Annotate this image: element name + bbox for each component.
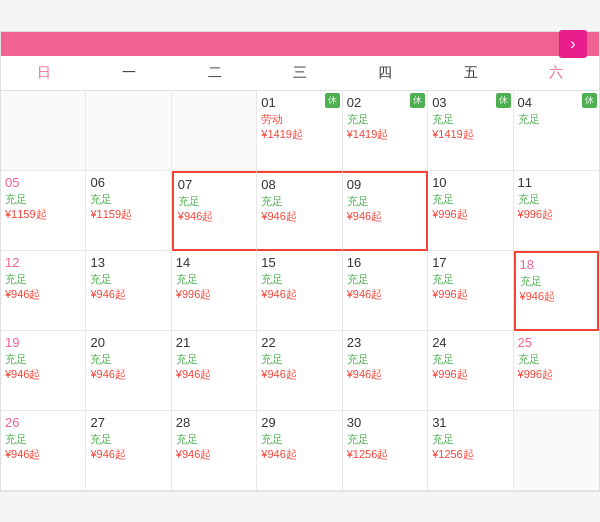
day-cell[interactable]: 25充足¥996起 — [514, 331, 599, 411]
day-price: ¥996起 — [176, 287, 252, 302]
day-cell[interactable]: 08充足¥946起 — [257, 171, 342, 251]
day-status: 充足 — [432, 112, 508, 127]
day-number: 16 — [347, 255, 423, 270]
weekday-row: 日一二三四五六 — [1, 56, 599, 91]
day-cell[interactable]: 11充足¥996起 — [514, 171, 599, 251]
weekday-label: 一 — [86, 56, 171, 90]
next-month-button[interactable]: › — [559, 30, 587, 58]
day-number: 24 — [432, 335, 508, 350]
day-cell[interactable] — [1, 91, 86, 171]
day-price: ¥1419起 — [432, 127, 508, 142]
day-status: 充足 — [518, 352, 595, 367]
day-price: ¥996起 — [518, 367, 595, 382]
day-cell[interactable]: 03休充足¥1419起 — [428, 91, 513, 171]
day-status: 充足 — [176, 432, 252, 447]
day-cell[interactable]: 18充足¥946起 — [514, 251, 599, 331]
day-price: ¥946起 — [90, 287, 166, 302]
day-number: 26 — [5, 415, 81, 430]
day-cell[interactable]: 31充足¥1256起 — [428, 411, 513, 491]
day-status: 充足 — [261, 432, 337, 447]
day-price: ¥946起 — [176, 447, 252, 462]
day-cell[interactable]: 01休劳动¥1419起 — [257, 91, 342, 171]
day-status: 充足 — [90, 272, 166, 287]
day-status: 充足 — [261, 352, 337, 367]
weekday-label: 四 — [343, 56, 428, 90]
day-cell[interactable] — [514, 411, 599, 491]
day-number: 07 — [178, 177, 252, 192]
day-price: ¥1256起 — [432, 447, 508, 462]
day-cell[interactable]: 12充足¥946起 — [1, 251, 86, 331]
day-number: 05 — [5, 175, 81, 190]
day-status: 充足 — [347, 352, 423, 367]
day-cell[interactable] — [172, 91, 257, 171]
day-cell[interactable]: 21充足¥946起 — [172, 331, 257, 411]
day-cell[interactable]: 16充足¥946起 — [343, 251, 428, 331]
day-status: 充足 — [5, 272, 81, 287]
day-price: ¥946起 — [347, 367, 423, 382]
day-cell[interactable]: 29充足¥946起 — [257, 411, 342, 491]
day-cell[interactable]: 17充足¥996起 — [428, 251, 513, 331]
day-status: 充足 — [5, 432, 81, 447]
day-cell[interactable]: 22充足¥946起 — [257, 331, 342, 411]
day-status: 充足 — [518, 112, 595, 127]
day-price: ¥1419起 — [347, 127, 423, 142]
day-price: ¥946起 — [176, 367, 252, 382]
day-status: 充足 — [347, 112, 423, 127]
day-price: ¥946起 — [347, 287, 423, 302]
day-cell[interactable]: 15充足¥946起 — [257, 251, 342, 331]
day-price: ¥1419起 — [261, 127, 337, 142]
day-cell[interactable]: 09充足¥946起 — [343, 171, 428, 251]
day-price: ¥946起 — [261, 287, 337, 302]
holiday-badge: 休 — [582, 93, 597, 108]
day-number: 10 — [432, 175, 508, 190]
day-price: ¥946起 — [5, 287, 81, 302]
day-price: ¥946起 — [261, 447, 337, 462]
day-number: 09 — [347, 177, 422, 192]
day-cell[interactable]: 19充足¥946起 — [1, 331, 86, 411]
day-status: 充足 — [178, 194, 252, 209]
day-cell[interactable]: 27充足¥946起 — [86, 411, 171, 491]
calendar-header: › — [1, 32, 599, 56]
day-cell[interactable]: 07充足¥946起 — [172, 171, 257, 251]
weekday-label: 五 — [428, 56, 513, 90]
day-status: 充足 — [520, 274, 593, 289]
day-price: ¥946起 — [520, 289, 593, 304]
day-cell[interactable]: 14充足¥996起 — [172, 251, 257, 331]
day-cell[interactable]: 05充足¥1159起 — [1, 171, 86, 251]
day-price: ¥996起 — [432, 207, 508, 222]
day-price: ¥946起 — [5, 367, 81, 382]
day-number: 12 — [5, 255, 81, 270]
day-price: ¥946起 — [347, 209, 422, 224]
day-cell[interactable]: 06充足¥1159起 — [86, 171, 171, 251]
day-number: 31 — [432, 415, 508, 430]
day-status: 充足 — [176, 272, 252, 287]
day-status: 充足 — [432, 272, 508, 287]
day-status: 充足 — [5, 192, 81, 207]
day-price: ¥946起 — [90, 367, 166, 382]
day-cell[interactable]: 24充足¥996起 — [428, 331, 513, 411]
day-price: ¥1159起 — [90, 207, 166, 222]
day-number: 11 — [518, 175, 595, 190]
day-status: 充足 — [347, 272, 423, 287]
holiday-badge: 休 — [496, 93, 511, 108]
day-cell[interactable]: 02休充足¥1419起 — [343, 91, 428, 171]
day-cell[interactable]: 20充足¥946起 — [86, 331, 171, 411]
day-number: 19 — [5, 335, 81, 350]
day-cell[interactable]: 28充足¥946起 — [172, 411, 257, 491]
day-cell[interactable]: 30充足¥1256起 — [343, 411, 428, 491]
day-status: 充足 — [432, 192, 508, 207]
day-cell[interactable]: 04休充足 — [514, 91, 599, 171]
day-cell[interactable]: 26充足¥946起 — [1, 411, 86, 491]
day-price: ¥946起 — [261, 367, 337, 382]
day-cell[interactable]: 10充足¥996起 — [428, 171, 513, 251]
day-cell[interactable] — [86, 91, 171, 171]
day-cell[interactable]: 23充足¥946起 — [343, 331, 428, 411]
day-status: 充足 — [90, 432, 166, 447]
calendar-grid: 01休劳动¥1419起02休充足¥1419起03休充足¥1419起04休充足05… — [1, 91, 599, 491]
day-number: 18 — [520, 257, 593, 272]
day-number: 20 — [90, 335, 166, 350]
day-number: 30 — [347, 415, 423, 430]
day-number: 28 — [176, 415, 252, 430]
day-status: 充足 — [347, 432, 423, 447]
day-cell[interactable]: 13充足¥946起 — [86, 251, 171, 331]
